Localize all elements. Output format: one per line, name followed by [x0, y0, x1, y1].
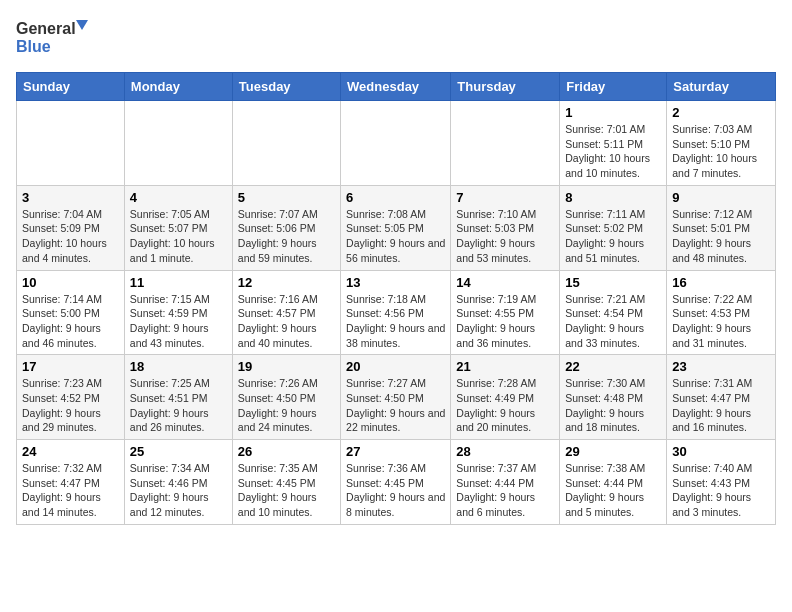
calendar-cell: 7Sunrise: 7:10 AM Sunset: 5:03 PM Daylig… [451, 185, 560, 270]
cell-info-text: Sunrise: 7:23 AM Sunset: 4:52 PM Dayligh… [22, 376, 119, 435]
calendar-cell: 2Sunrise: 7:03 AM Sunset: 5:10 PM Daylig… [667, 101, 776, 186]
weekday-header: Friday [560, 73, 667, 101]
calendar-cell: 11Sunrise: 7:15 AM Sunset: 4:59 PM Dayli… [124, 270, 232, 355]
calendar-cell: 27Sunrise: 7:36 AM Sunset: 4:45 PM Dayli… [341, 440, 451, 525]
cell-day-number: 22 [565, 359, 661, 374]
cell-info-text: Sunrise: 7:22 AM Sunset: 4:53 PM Dayligh… [672, 292, 770, 351]
cell-info-text: Sunrise: 7:21 AM Sunset: 4:54 PM Dayligh… [565, 292, 661, 351]
weekday-header: Saturday [667, 73, 776, 101]
cell-day-number: 30 [672, 444, 770, 459]
cell-day-number: 21 [456, 359, 554, 374]
calendar-cell: 13Sunrise: 7:18 AM Sunset: 4:56 PM Dayli… [341, 270, 451, 355]
cell-day-number: 15 [565, 275, 661, 290]
calendar-cell: 23Sunrise: 7:31 AM Sunset: 4:47 PM Dayli… [667, 355, 776, 440]
cell-day-number: 10 [22, 275, 119, 290]
cell-info-text: Sunrise: 7:30 AM Sunset: 4:48 PM Dayligh… [565, 376, 661, 435]
cell-info-text: Sunrise: 7:08 AM Sunset: 5:05 PM Dayligh… [346, 207, 445, 266]
calendar-cell: 25Sunrise: 7:34 AM Sunset: 4:46 PM Dayli… [124, 440, 232, 525]
cell-day-number: 14 [456, 275, 554, 290]
cell-info-text: Sunrise: 7:04 AM Sunset: 5:09 PM Dayligh… [22, 207, 119, 266]
calendar-week-row: 3Sunrise: 7:04 AM Sunset: 5:09 PM Daylig… [17, 185, 776, 270]
cell-info-text: Sunrise: 7:12 AM Sunset: 5:01 PM Dayligh… [672, 207, 770, 266]
calendar-cell: 29Sunrise: 7:38 AM Sunset: 4:44 PM Dayli… [560, 440, 667, 525]
calendar-cell: 10Sunrise: 7:14 AM Sunset: 5:00 PM Dayli… [17, 270, 125, 355]
calendar-cell: 22Sunrise: 7:30 AM Sunset: 4:48 PM Dayli… [560, 355, 667, 440]
cell-day-number: 12 [238, 275, 335, 290]
calendar-week-row: 17Sunrise: 7:23 AM Sunset: 4:52 PM Dayli… [17, 355, 776, 440]
calendar-cell: 6Sunrise: 7:08 AM Sunset: 5:05 PM Daylig… [341, 185, 451, 270]
cell-day-number: 9 [672, 190, 770, 205]
cell-info-text: Sunrise: 7:19 AM Sunset: 4:55 PM Dayligh… [456, 292, 554, 351]
weekday-header: Wednesday [341, 73, 451, 101]
cell-info-text: Sunrise: 7:40 AM Sunset: 4:43 PM Dayligh… [672, 461, 770, 520]
cell-info-text: Sunrise: 7:38 AM Sunset: 4:44 PM Dayligh… [565, 461, 661, 520]
calendar-cell: 12Sunrise: 7:16 AM Sunset: 4:57 PM Dayli… [232, 270, 340, 355]
cell-day-number: 24 [22, 444, 119, 459]
calendar-cell: 17Sunrise: 7:23 AM Sunset: 4:52 PM Dayli… [17, 355, 125, 440]
cell-day-number: 2 [672, 105, 770, 120]
calendar-cell: 9Sunrise: 7:12 AM Sunset: 5:01 PM Daylig… [667, 185, 776, 270]
cell-info-text: Sunrise: 7:27 AM Sunset: 4:50 PM Dayligh… [346, 376, 445, 435]
cell-info-text: Sunrise: 7:01 AM Sunset: 5:11 PM Dayligh… [565, 122, 661, 181]
cell-day-number: 25 [130, 444, 227, 459]
page-header: GeneralBlue [16, 16, 776, 60]
cell-day-number: 7 [456, 190, 554, 205]
cell-day-number: 8 [565, 190, 661, 205]
weekday-header: Sunday [17, 73, 125, 101]
cell-day-number: 20 [346, 359, 445, 374]
calendar-header-row: SundayMondayTuesdayWednesdayThursdayFrid… [17, 73, 776, 101]
cell-info-text: Sunrise: 7:03 AM Sunset: 5:10 PM Dayligh… [672, 122, 770, 181]
calendar-cell: 20Sunrise: 7:27 AM Sunset: 4:50 PM Dayli… [341, 355, 451, 440]
cell-day-number: 16 [672, 275, 770, 290]
cell-day-number: 1 [565, 105, 661, 120]
calendar-week-row: 24Sunrise: 7:32 AM Sunset: 4:47 PM Dayli… [17, 440, 776, 525]
calendar-cell: 30Sunrise: 7:40 AM Sunset: 4:43 PM Dayli… [667, 440, 776, 525]
cell-day-number: 3 [22, 190, 119, 205]
cell-day-number: 26 [238, 444, 335, 459]
cell-info-text: Sunrise: 7:32 AM Sunset: 4:47 PM Dayligh… [22, 461, 119, 520]
calendar-cell [17, 101, 125, 186]
calendar-body: 1Sunrise: 7:01 AM Sunset: 5:11 PM Daylig… [17, 101, 776, 525]
cell-info-text: Sunrise: 7:05 AM Sunset: 5:07 PM Dayligh… [130, 207, 227, 266]
calendar-cell: 26Sunrise: 7:35 AM Sunset: 4:45 PM Dayli… [232, 440, 340, 525]
cell-day-number: 23 [672, 359, 770, 374]
cell-info-text: Sunrise: 7:16 AM Sunset: 4:57 PM Dayligh… [238, 292, 335, 351]
calendar-cell: 24Sunrise: 7:32 AM Sunset: 4:47 PM Dayli… [17, 440, 125, 525]
cell-info-text: Sunrise: 7:07 AM Sunset: 5:06 PM Dayligh… [238, 207, 335, 266]
calendar-cell: 21Sunrise: 7:28 AM Sunset: 4:49 PM Dayli… [451, 355, 560, 440]
weekday-header: Thursday [451, 73, 560, 101]
calendar-week-row: 1Sunrise: 7:01 AM Sunset: 5:11 PM Daylig… [17, 101, 776, 186]
calendar-cell: 28Sunrise: 7:37 AM Sunset: 4:44 PM Dayli… [451, 440, 560, 525]
cell-day-number: 19 [238, 359, 335, 374]
svg-text:General: General [16, 20, 76, 37]
cell-info-text: Sunrise: 7:28 AM Sunset: 4:49 PM Dayligh… [456, 376, 554, 435]
logo-svg: GeneralBlue [16, 16, 96, 60]
calendar-cell [341, 101, 451, 186]
logo: GeneralBlue [16, 16, 96, 60]
cell-info-text: Sunrise: 7:35 AM Sunset: 4:45 PM Dayligh… [238, 461, 335, 520]
calendar-week-row: 10Sunrise: 7:14 AM Sunset: 5:00 PM Dayli… [17, 270, 776, 355]
cell-day-number: 28 [456, 444, 554, 459]
calendar-cell: 18Sunrise: 7:25 AM Sunset: 4:51 PM Dayli… [124, 355, 232, 440]
calendar-cell: 15Sunrise: 7:21 AM Sunset: 4:54 PM Dayli… [560, 270, 667, 355]
calendar-cell: 5Sunrise: 7:07 AM Sunset: 5:06 PM Daylig… [232, 185, 340, 270]
calendar-cell: 19Sunrise: 7:26 AM Sunset: 4:50 PM Dayli… [232, 355, 340, 440]
cell-info-text: Sunrise: 7:34 AM Sunset: 4:46 PM Dayligh… [130, 461, 227, 520]
calendar-cell: 1Sunrise: 7:01 AM Sunset: 5:11 PM Daylig… [560, 101, 667, 186]
cell-info-text: Sunrise: 7:26 AM Sunset: 4:50 PM Dayligh… [238, 376, 335, 435]
cell-info-text: Sunrise: 7:37 AM Sunset: 4:44 PM Dayligh… [456, 461, 554, 520]
cell-day-number: 17 [22, 359, 119, 374]
calendar-cell: 16Sunrise: 7:22 AM Sunset: 4:53 PM Dayli… [667, 270, 776, 355]
cell-day-number: 13 [346, 275, 445, 290]
cell-day-number: 29 [565, 444, 661, 459]
weekday-header: Monday [124, 73, 232, 101]
cell-info-text: Sunrise: 7:18 AM Sunset: 4:56 PM Dayligh… [346, 292, 445, 351]
svg-marker-2 [76, 20, 88, 30]
cell-info-text: Sunrise: 7:14 AM Sunset: 5:00 PM Dayligh… [22, 292, 119, 351]
calendar-cell [232, 101, 340, 186]
weekday-header: Tuesday [232, 73, 340, 101]
cell-day-number: 5 [238, 190, 335, 205]
cell-day-number: 6 [346, 190, 445, 205]
cell-info-text: Sunrise: 7:11 AM Sunset: 5:02 PM Dayligh… [565, 207, 661, 266]
calendar-cell: 14Sunrise: 7:19 AM Sunset: 4:55 PM Dayli… [451, 270, 560, 355]
